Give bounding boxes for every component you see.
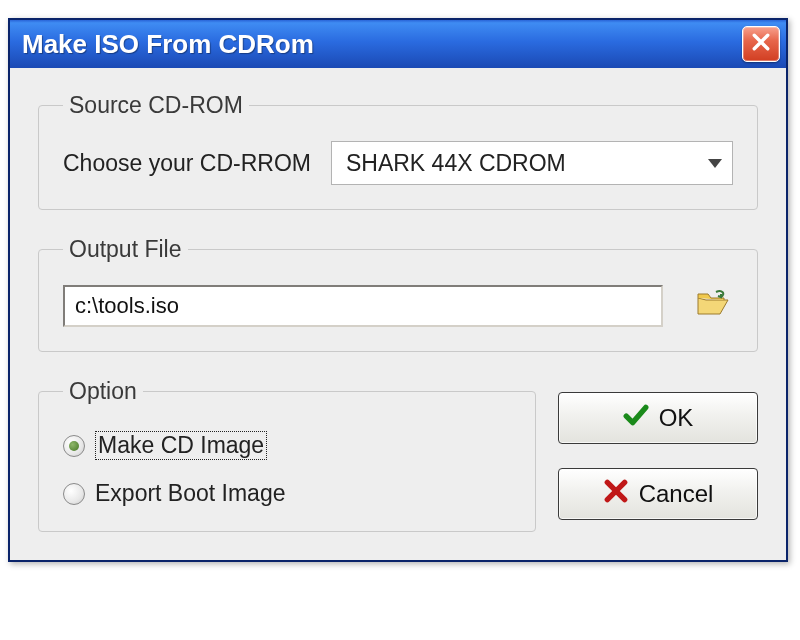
radio-label: Make CD Image — [95, 431, 267, 460]
group-option-legend: Option — [63, 378, 143, 405]
chevron-down-icon — [708, 159, 722, 168]
group-option: Option Make CD Image Export Boot Image — [38, 378, 536, 532]
folder-open-icon — [696, 289, 730, 324]
cross-icon — [603, 478, 629, 510]
radio-make-cd-image[interactable]: Make CD Image — [63, 431, 511, 460]
radio-icon — [63, 483, 85, 505]
close-button[interactable] — [742, 26, 780, 62]
group-source-cdrom: Source CD-ROM Choose your CD-RROM SHARK … — [38, 92, 758, 210]
cdrom-dropdown[interactable]: SHARK 44X CDROM — [331, 141, 733, 185]
cancel-button[interactable]: Cancel — [558, 468, 758, 520]
ok-button[interactable]: OK — [558, 392, 758, 444]
window-title: Make ISO From CDRom — [22, 29, 742, 60]
choose-cdrom-label: Choose your CD-RROM — [63, 150, 311, 177]
radio-icon — [63, 435, 85, 457]
dialog-body: Source CD-ROM Choose your CD-RROM SHARK … — [10, 68, 786, 560]
group-source-legend: Source CD-ROM — [63, 92, 249, 119]
group-output-legend: Output File — [63, 236, 188, 263]
output-path-input[interactable]: c:\tools.iso — [63, 285, 663, 327]
titlebar[interactable]: Make ISO From CDRom — [10, 20, 786, 68]
browse-button[interactable] — [693, 288, 733, 324]
ok-button-label: OK — [659, 404, 694, 432]
check-icon — [623, 402, 649, 434]
cancel-button-label: Cancel — [639, 480, 714, 508]
dialog-make-iso: Make ISO From CDRom Source CD-ROM Choose… — [8, 18, 788, 562]
watermark: LO4D.com — [664, 608, 788, 636]
close-icon — [752, 32, 770, 56]
cdrom-dropdown-value: SHARK 44X CDROM — [346, 150, 708, 177]
group-output-file: Output File c:\tools.iso — [38, 236, 758, 352]
radio-label: Export Boot Image — [95, 480, 286, 507]
radio-export-boot-image[interactable]: Export Boot Image — [63, 480, 511, 507]
